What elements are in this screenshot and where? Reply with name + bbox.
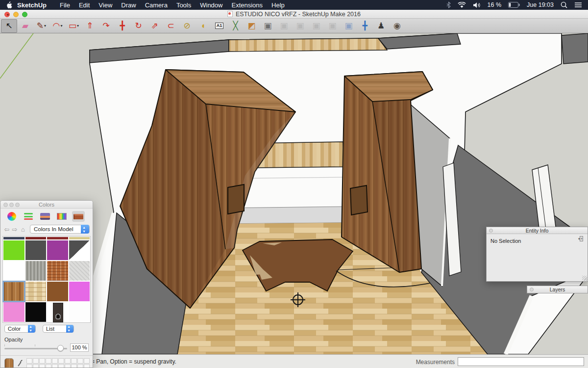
palette-forward-button[interactable]: ⇨ — [11, 226, 18, 233]
swatch-speaker-texture[interactable] — [47, 302, 68, 322]
swatch-brick-texture[interactable] — [47, 261, 68, 281]
section-fill-toggle[interactable]: ▣ — [341, 19, 357, 33]
history-slot-15[interactable] — [58, 364, 64, 368]
swatch-dark-gray[interactable] — [25, 240, 47, 260]
current-material-preview[interactable] — [4, 358, 14, 368]
section-display-toggle-3[interactable]: ▣ — [308, 19, 324, 33]
swatch-white-2[interactable] — [69, 302, 90, 322]
menu-item-help[interactable]: Help — [267, 1, 289, 9]
menu-item-draw[interactable]: Draw — [117, 1, 140, 9]
history-slot-12[interactable] — [39, 364, 45, 368]
section-display-toggle-1[interactable]: ▣ — [276, 19, 292, 33]
line-tool-dropdown-caret[interactable]: ▾ — [44, 24, 46, 28]
axes-tool[interactable]: ╋ — [357, 19, 373, 33]
swatch-black[interactable] — [25, 302, 47, 322]
line-tool[interactable]: ✎▾ — [33, 19, 49, 33]
history-slot-3[interactable] — [46, 358, 51, 364]
move-tool[interactable]: ╋ — [114, 19, 130, 33]
rectangle-tool-dropdown-caret[interactable]: ▾ — [77, 24, 79, 28]
layers-close-button[interactable] — [530, 288, 534, 291]
swatch-partial-0[interactable] — [3, 237, 24, 239]
history-slot-2[interactable] — [39, 358, 45, 364]
tape-measure-tool[interactable]: ⊘ — [179, 19, 195, 33]
menu-item-view[interactable]: View — [94, 1, 117, 9]
history-slot-16[interactable] — [65, 364, 71, 368]
colors-panel-close-button[interactable] — [3, 203, 8, 207]
menu-item-extensions[interactable]: Extensions — [227, 1, 267, 9]
swatch-parquet-texture[interactable] — [25, 282, 47, 301]
menu-item-camera[interactable]: Camera — [141, 1, 172, 9]
history-slot-14[interactable] — [52, 364, 58, 368]
colors-panel-title-bar[interactable]: Colors — [0, 201, 93, 209]
spotlight-search-icon[interactable] — [561, 1, 567, 8]
opacity-slider-thumb[interactable] — [57, 345, 64, 351]
scale-tool[interactable]: ⇗ — [147, 19, 163, 33]
history-slot-18[interactable] — [77, 364, 83, 368]
colors-panel-zoom-button[interactable] — [15, 203, 20, 207]
palette-back-button[interactable]: ⇦ — [3, 226, 10, 233]
palette-home-button[interactable]: ⌂ — [19, 226, 27, 233]
tab-spectrum-palettes[interactable] — [55, 211, 68, 222]
history-slot-17[interactable] — [71, 364, 77, 368]
arc-tool-dropdown-caret[interactable]: ▾ — [60, 24, 62, 28]
section-plane-tool[interactable]: ▣ — [260, 19, 276, 33]
swatch-pink[interactable] — [3, 302, 24, 322]
entity-info-resize-grip[interactable] — [582, 276, 587, 281]
opacity-value[interactable]: 100 % — [70, 343, 89, 352]
swatch-magenta[interactable] — [69, 282, 90, 301]
swatch-plaster-texture[interactable] — [69, 261, 90, 281]
history-slot-10[interactable] — [26, 364, 32, 368]
wifi-icon[interactable] — [458, 2, 466, 8]
entity-info-title-bar[interactable]: Entity Info — [487, 227, 588, 234]
menu-item-file[interactable]: File — [55, 1, 74, 9]
rotate-tool[interactable]: ↻ — [130, 19, 147, 33]
history-slot-13[interactable] — [46, 364, 51, 368]
follow-me-tool[interactable]: ↷ — [98, 19, 114, 33]
arc-tool[interactable]: ◠▾ — [49, 19, 66, 33]
history-slot-7[interactable] — [71, 358, 77, 364]
history-slot-1[interactable] — [33, 358, 39, 364]
menu-item-tools[interactable]: Tools — [172, 1, 196, 9]
protractor-tool[interactable]: ◖ — [195, 19, 211, 33]
entity-info-close-button[interactable] — [489, 229, 493, 233]
history-slot-0[interactable] — [26, 358, 32, 364]
eraser-tool[interactable]: ▰ — [17, 19, 33, 33]
tab-color-sliders[interactable] — [22, 211, 35, 222]
section-display-toggle-4[interactable]: ▣ — [324, 19, 341, 33]
history-slot-8[interactable] — [77, 358, 83, 364]
tab-color-wheel[interactable] — [5, 211, 18, 222]
swatch-purple[interactable] — [47, 240, 68, 260]
swatch-wood-texture[interactable] — [3, 282, 24, 301]
select-tool[interactable]: ↖ — [1, 19, 17, 33]
notification-center-icon[interactable] — [574, 2, 582, 8]
window-title-bar[interactable]: ESTUDIO NICO vRFZ - SketchUp Make 2016 — [0, 10, 588, 19]
measurements-input[interactable] — [458, 357, 584, 366]
tab-material-bricks[interactable] — [72, 211, 85, 222]
menu-item-edit[interactable]: Edit — [74, 1, 94, 9]
colors-panel-minimize-button[interactable] — [9, 203, 14, 207]
swatch-white[interactable] — [3, 261, 24, 281]
eyedropper-icon[interactable] — [17, 358, 23, 368]
history-slot-6[interactable] — [65, 358, 71, 364]
apple-menu[interactable] — [6, 1, 12, 9]
rectangle-tool[interactable]: ▭▾ — [66, 19, 82, 33]
app-menu-title[interactable]: SketchUp — [17, 1, 47, 9]
entity-info-details-button[interactable]: ▾+ — [578, 237, 584, 244]
history-slot-4[interactable] — [52, 358, 58, 364]
swatch-partial-2[interactable] — [47, 237, 68, 239]
menu-bar-clock[interactable]: Jue 19:03 — [527, 1, 554, 8]
walk-tool[interactable]: ♟ — [373, 19, 389, 33]
battery-icon[interactable] — [508, 2, 520, 8]
offset-tool[interactable]: ⊂ — [163, 19, 179, 33]
color-mode-dropdown[interactable]: Color — [4, 325, 36, 333]
volume-icon[interactable] — [473, 2, 481, 8]
history-slot-5[interactable] — [58, 358, 64, 364]
history-slot-9[interactable] — [84, 358, 90, 364]
swatch-lime-green[interactable] — [3, 240, 24, 260]
swatch-partial-1[interactable] — [25, 237, 47, 239]
push-pull-tool[interactable]: ⇑ — [82, 19, 98, 33]
opacity-slider[interactable] — [4, 344, 67, 351]
history-slot-11[interactable] — [33, 364, 39, 368]
text-tool[interactable]: A1 — [211, 19, 227, 33]
tab-image-palettes[interactable] — [39, 211, 51, 222]
